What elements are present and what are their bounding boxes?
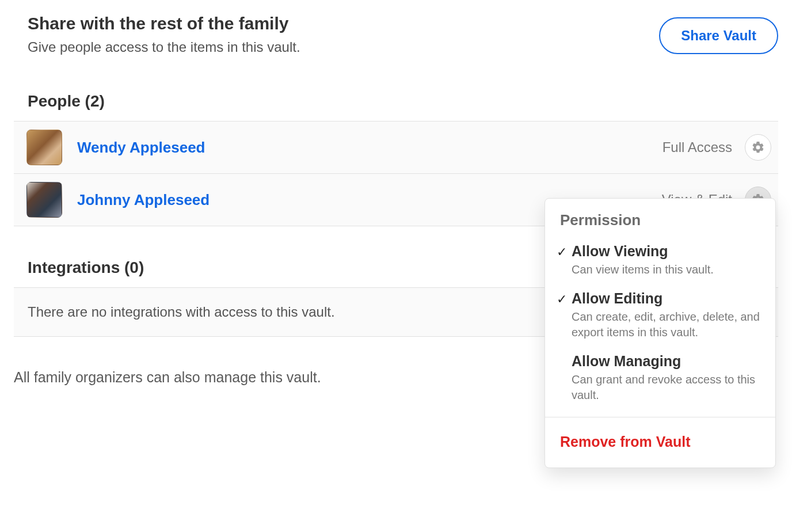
permission-option-allow-editing[interactable]: ✓ Allow Editing Can create, edit, archiv…: [545, 283, 775, 346]
check-icon: ✓: [557, 290, 570, 340]
permission-option-label: Allow Viewing: [572, 243, 760, 260]
people-heading: People (2): [14, 60, 778, 121]
avatar: [26, 182, 62, 218]
permission-option-desc: Can create, edit, archive, delete, and e…: [572, 309, 760, 340]
remove-from-vault-button[interactable]: Remove from Vault: [545, 417, 775, 468]
check-icon: ✓: [557, 243, 570, 278]
page-subtitle: Give people access to the items in this …: [28, 39, 300, 55]
share-vault-button[interactable]: Share Vault: [659, 17, 778, 54]
permission-popup: Permission ✓ Allow Viewing Can view item…: [544, 198, 776, 468]
permission-option-desc: Can grant and revoke access to this vaul…: [572, 372, 760, 403]
permission-option-allow-viewing[interactable]: ✓ Allow Viewing Can view items in this v…: [545, 236, 775, 283]
permission-option-desc: Can view items in this vault.: [572, 262, 760, 278]
avatar: [26, 130, 62, 165]
permission-option-label: Allow Editing: [572, 290, 760, 307]
permission-option-label: Allow Managing: [572, 353, 760, 370]
person-row: Wendy Appleseed Full Access: [14, 121, 778, 174]
permission-option-allow-managing[interactable]: Allow Managing Can grant and revoke acce…: [545, 346, 775, 409]
person-name-link[interactable]: Wendy Appleseed: [77, 139, 662, 157]
gear-icon: [751, 140, 765, 154]
page-title: Share with the rest of the family: [28, 14, 300, 33]
access-level: Full Access: [662, 139, 732, 155]
person-settings-button[interactable]: [745, 134, 771, 161]
permission-popup-title: Permission: [545, 199, 775, 236]
check-icon: [557, 353, 570, 403]
